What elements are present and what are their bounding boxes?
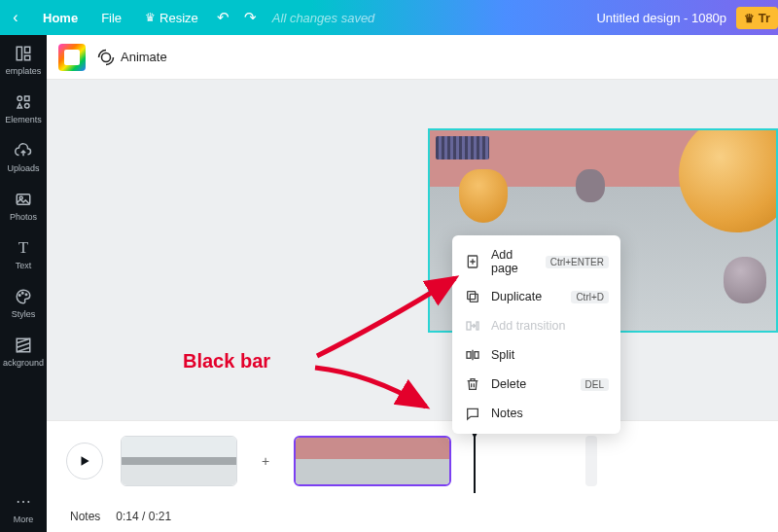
- ctx-delete[interactable]: Delete DEL: [452, 370, 620, 399]
- animate-icon: [97, 49, 115, 66]
- top-menu-bar: ‹ Home File ♛Resize ↶ ↷ All changes save…: [0, 0, 778, 35]
- svg-point-3: [18, 96, 22, 101]
- svg-point-12: [102, 53, 111, 61]
- svg-point-8: [19, 295, 21, 297]
- save-status: All changes saved: [265, 11, 375, 25]
- ctx-add-transition: Add transition: [452, 311, 620, 340]
- svg-rect-15: [468, 292, 476, 300]
- back-button[interactable]: ‹: [0, 9, 31, 26]
- svg-rect-0: [17, 47, 21, 60]
- ctx-duplicate[interactable]: Duplicate Ctrl+D: [452, 282, 620, 311]
- svg-rect-18: [467, 352, 471, 359]
- ctx-split[interactable]: Split: [452, 340, 620, 370]
- templates-icon: [15, 45, 32, 62]
- split-icon: [464, 347, 481, 363]
- annotation-label: Black bar: [183, 350, 270, 372]
- styles-icon: [15, 288, 32, 305]
- svg-point-10: [25, 294, 27, 296]
- svg-point-9: [22, 293, 24, 295]
- svg-rect-16: [467, 322, 471, 330]
- canvas-content: [459, 169, 508, 223]
- home-label: Home: [43, 11, 78, 25]
- notes-button[interactable]: Notes: [70, 510, 100, 523]
- resize-menu[interactable]: ♛Resize: [133, 11, 210, 25]
- sidebar-elements[interactable]: Elements: [0, 84, 47, 132]
- animate-button[interactable]: Animate: [97, 49, 167, 66]
- sidebar-uploads[interactable]: Uploads: [0, 132, 47, 181]
- sidebar-photos[interactable]: Photos: [0, 181, 47, 230]
- design-title[interactable]: Untitled design - 1080p: [596, 11, 736, 25]
- home-button[interactable]: Home: [31, 11, 89, 25]
- editor-toolbar: Animate: [47, 35, 778, 80]
- svg-rect-2: [25, 55, 30, 60]
- uploads-icon: [15, 142, 32, 160]
- svg-rect-19: [475, 352, 478, 359]
- bottom-status-bar: Notes 0:14 / 0:21: [47, 501, 778, 532]
- canvas-area[interactable]: [47, 80, 778, 420]
- text-icon: T: [15, 239, 32, 257]
- time-display: 0:14 / 0:21: [116, 510, 171, 523]
- try-pro-button[interactable]: ♛ Tr: [736, 7, 778, 29]
- context-menu: Add page Ctrl+ENTER Duplicate Ctrl+D Add…: [452, 235, 620, 434]
- undo-button[interactable]: ↶: [210, 9, 237, 26]
- shortcut-badge: DEL: [581, 378, 609, 391]
- play-icon: [78, 454, 91, 468]
- play-button[interactable]: [66, 443, 103, 479]
- color-picker-button[interactable]: [58, 44, 86, 71]
- add-page-icon: [464, 254, 481, 269]
- crown-icon: ♛: [145, 11, 156, 24]
- svg-rect-17: [477, 322, 478, 330]
- duplicate-icon: [464, 289, 481, 304]
- sidebar-background[interactable]: ackground: [0, 327, 47, 375]
- elements-icon: [15, 93, 32, 111]
- ctx-add-page[interactable]: Add page Ctrl+ENTER: [452, 241, 620, 282]
- svg-rect-1: [25, 47, 30, 53]
- notes-icon: [464, 406, 481, 421]
- shortcut-badge: Ctrl+D: [571, 291, 609, 303]
- file-menu[interactable]: File: [89, 11, 133, 25]
- canvas-content: [724, 257, 766, 303]
- timeline-clip-2-selected[interactable]: [294, 436, 451, 486]
- delete-icon: [464, 376, 481, 392]
- svg-rect-4: [25, 96, 30, 101]
- crown-icon: ♛: [744, 12, 755, 25]
- timeline-clip-1[interactable]: [121, 436, 237, 486]
- sidebar-text[interactable]: T Text: [0, 230, 47, 278]
- photos-icon: [15, 191, 32, 208]
- sidebar-templates[interactable]: emplates: [0, 35, 47, 84]
- sidebar-more[interactable]: ⋯ More: [0, 483, 47, 532]
- svg-rect-14: [470, 294, 477, 301]
- svg-point-5: [25, 104, 30, 109]
- add-clip-button[interactable]: +: [255, 450, 276, 472]
- left-sidebar: emplates Elements Uploads Photos T Text …: [0, 35, 47, 532]
- redo-button[interactable]: ↷: [237, 9, 265, 26]
- ctx-notes[interactable]: Notes: [452, 399, 620, 428]
- transition-icon: [464, 318, 481, 334]
- canvas-content: [576, 169, 605, 202]
- sidebar-styles[interactable]: Styles: [0, 278, 47, 327]
- timeline: +: [47, 420, 778, 501]
- timeline-end-handle[interactable]: [585, 436, 597, 486]
- background-icon: [15, 337, 32, 354]
- shortcut-badge: Ctrl+ENTER: [546, 256, 609, 268]
- more-icon: ⋯: [15, 493, 32, 511]
